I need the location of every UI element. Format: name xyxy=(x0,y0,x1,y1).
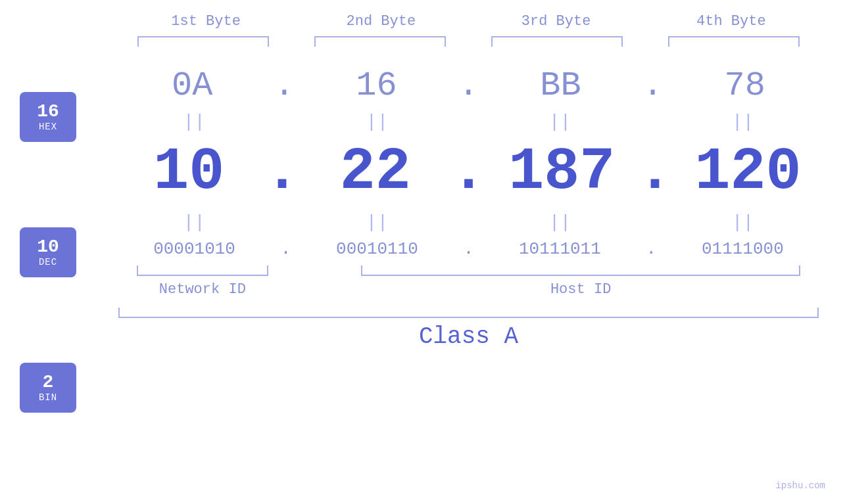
dec-badge: 10 DEC xyxy=(20,227,76,277)
top-bracket-2 xyxy=(314,36,446,47)
equals-spacer-1: . xyxy=(280,112,291,132)
col-header-2: 2nd Byte xyxy=(315,13,447,30)
hex-value-1: 0A xyxy=(126,66,258,105)
dec-row: 10 . 22 . 187 . 120 xyxy=(105,139,832,206)
equals-row-1: || . || . || . || xyxy=(105,112,832,132)
bin-dot-3: . xyxy=(646,239,657,259)
dec-value-3: 187 xyxy=(496,139,627,206)
bin-value-3: 10111011 xyxy=(494,239,625,259)
hex-dot-2: . xyxy=(458,66,479,105)
col-header-4: 4th Byte xyxy=(665,13,797,30)
bin-badge: 2 BIN xyxy=(20,363,76,413)
equals-spacer-4: . xyxy=(280,212,291,233)
equals-spacer-2: . xyxy=(463,112,474,132)
main-container: 16 HEX 10 DEC 2 BIN 1st Byte 2nd Byte 3r… xyxy=(0,0,845,504)
network-id-label: Network ID xyxy=(137,281,268,298)
hex-dot-3: . xyxy=(642,66,663,105)
bottom-bracket-network xyxy=(137,265,268,276)
bin-value-4: 01111000 xyxy=(677,239,808,259)
equals-row-2: || . || . || . || xyxy=(105,212,832,233)
bottom-brackets-container xyxy=(105,265,832,276)
equals-sym-6: || xyxy=(311,212,443,233)
dec-badge-number: 10 xyxy=(37,237,59,258)
dec-value-2: 22 xyxy=(310,139,441,206)
labels-spacer xyxy=(304,281,324,298)
hex-value-2: 16 xyxy=(310,66,442,105)
id-labels-row: Network ID Host ID xyxy=(105,281,832,298)
col-header-3: 3rd Byte xyxy=(491,13,622,30)
top-brackets-row xyxy=(105,36,832,47)
bin-value-2: 00010110 xyxy=(312,239,443,259)
equals-spacer-6: . xyxy=(646,212,657,233)
bin-dot-1: . xyxy=(281,239,291,259)
bin-dot-2: . xyxy=(464,239,474,259)
headers-row: 1st Byte 2nd Byte 3rd Byte 4th Byte xyxy=(105,13,832,30)
top-bracket-1 xyxy=(137,36,269,47)
equals-sym-4: || xyxy=(677,112,809,132)
equals-sym-7: || xyxy=(495,212,626,233)
bin-badge-label: BIN xyxy=(39,392,57,403)
host-id-label: Host ID xyxy=(361,281,800,298)
hex-badge-label: HEX xyxy=(39,122,57,132)
hex-row: 0A . 16 . BB . 78 xyxy=(105,66,832,105)
class-bracket-area xyxy=(105,308,832,318)
equals-sym-2: || xyxy=(311,112,443,132)
bin-value-1: 00001010 xyxy=(129,239,260,259)
hex-value-3: BB xyxy=(495,66,627,105)
top-bracket-3 xyxy=(491,36,623,47)
equals-sym-3: || xyxy=(495,112,626,132)
dec-dot-3: . xyxy=(637,139,673,206)
class-label: Class A xyxy=(105,323,832,350)
col-header-1: 1st Byte xyxy=(140,13,272,30)
bottom-bracket-host xyxy=(361,265,800,276)
hex-dot-1: . xyxy=(274,66,295,105)
hex-value-4: 78 xyxy=(679,66,811,105)
hex-badge: 16 HEX xyxy=(20,92,76,142)
watermark: ipshu.com xyxy=(775,480,825,491)
hex-badge-number: 16 xyxy=(37,102,59,122)
equals-sym-5: || xyxy=(128,212,260,233)
dec-dot-1: . xyxy=(264,139,300,206)
equals-sym-8: || xyxy=(677,212,809,233)
equals-sym-1: || xyxy=(128,112,260,132)
equals-spacer-5: . xyxy=(463,212,474,233)
grid-area: 1st Byte 2nd Byte 3rd Byte 4th Byte 0A .… xyxy=(105,13,832,491)
top-bracket-4 xyxy=(668,36,800,47)
dec-value-4: 120 xyxy=(683,139,814,206)
class-bracket xyxy=(118,308,819,318)
dec-dot-2: . xyxy=(450,139,486,206)
bin-row: 00001010 . 00010110 . 10111011 . 0111100… xyxy=(105,239,832,259)
dec-badge-label: DEC xyxy=(39,257,57,267)
equals-spacer-3: . xyxy=(646,112,657,132)
dec-value-1: 10 xyxy=(123,139,254,206)
badge-column: 16 HEX 10 DEC 2 BIN xyxy=(20,92,76,413)
bin-badge-number: 2 xyxy=(43,373,54,393)
